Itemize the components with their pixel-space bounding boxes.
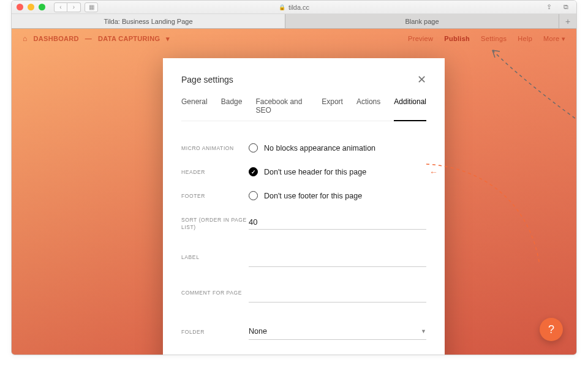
topbar-actions: Preview Publish Settings Help More ▾ [408, 35, 565, 43]
maximize-window-button[interactable] [39, 4, 45, 10]
close-window-button[interactable] [17, 4, 23, 10]
field-micro-animation: MICRO ANIMATION No blocks appearance ani… [181, 136, 426, 160]
page-settings-modal: Page settings ✕ General Badge Facebook a… [163, 58, 445, 355]
comment-input[interactable] [249, 288, 426, 303]
sort-input[interactable] [249, 215, 426, 230]
label-label: LABEL [181, 252, 249, 261]
field-footer: FOOTER Don't use footer for this page [181, 184, 426, 208]
label-sort: SORT (ORDER IN PAGE LIST) [181, 215, 249, 231]
forward-button[interactable]: › [67, 2, 81, 12]
chevron-down-icon[interactable]: ▾ [166, 35, 170, 43]
tab-badge[interactable]: Badge [221, 97, 243, 121]
label-input[interactable] [249, 252, 426, 267]
folder-select[interactable]: None ▼ [249, 327, 426, 340]
annotation-curve-header [423, 161, 558, 271]
help-link[interactable]: Help [518, 35, 532, 43]
annotation-arrow-header: ← [429, 167, 438, 177]
home-icon[interactable]: ⌂ [23, 34, 28, 43]
titlebar: ‹ › ▦ 🔒 tilda.cc ⇪ ⧉ [12, 1, 576, 14]
browser-tab-0[interactable]: Tilda: Business Landing Page [12, 14, 285, 28]
breadcrumb-separator: — [85, 35, 92, 42]
address-bar[interactable]: 🔒 tilda.cc [279, 4, 309, 11]
page-content: ⌂ DASHBOARD — DATA CAPTURING ▾ Preview P… [12, 29, 576, 355]
tab-general[interactable]: General [181, 97, 208, 121]
close-icon[interactable]: ✕ [417, 73, 426, 86]
chevron-down-icon: ▼ [421, 328, 426, 334]
label-micro-animation: MICRO ANIMATION [181, 143, 249, 152]
publish-link[interactable]: Publish [444, 35, 470, 43]
folder-value: None [249, 327, 267, 336]
field-sort: SORT (ORDER IN PAGE LIST) [181, 208, 426, 239]
browser-tab-1[interactable]: Blank page [285, 14, 559, 28]
option-header: Don't use header for this page [264, 168, 366, 176]
label-folder: FOLDER [181, 327, 249, 336]
preview-link[interactable]: Preview [408, 35, 433, 43]
back-button[interactable]: ‹ [54, 2, 67, 12]
breadcrumb-dashboard[interactable]: DASHBOARD [34, 35, 79, 42]
tab-actions[interactable]: Actions [356, 97, 380, 121]
annotation-arrow-settings [459, 47, 576, 139]
new-tab-button[interactable]: + [559, 14, 576, 28]
label-header: HEADER [181, 167, 249, 176]
browser-window: ‹ › ▦ 🔒 tilda.cc ⇪ ⧉ Tilda: Business Lan… [11, 0, 577, 355]
field-header: HEADER Don't use header for this page ← [181, 160, 426, 184]
tab-overview-button[interactable]: ▦ [85, 2, 98, 12]
label-comment: COMMENT FOR PAGE [181, 288, 249, 297]
breadcrumb-project[interactable]: DATA CAPTURING [98, 35, 160, 42]
toolbar-right: ⇪ ⧉ [543, 2, 571, 12]
breadcrumb: ⌂ DASHBOARD — DATA CAPTURING ▾ [23, 34, 170, 43]
radio-footer[interactable] [249, 191, 258, 200]
radio-header[interactable] [249, 167, 258, 176]
tab-facebook-seo[interactable]: Facebook and SEO [255, 97, 308, 121]
radio-micro-animation[interactable] [249, 143, 258, 152]
more-link[interactable]: More ▾ [543, 35, 565, 43]
tabs-button[interactable]: ⧉ [560, 2, 571, 12]
window-controls [17, 4, 45, 10]
option-micro-animation: No blocks appearance animation [264, 144, 375, 152]
app-topbar: ⌂ DASHBOARD — DATA CAPTURING ▾ Preview P… [12, 29, 576, 48]
tabstrip: Tilda: Business Landing Page Blank page … [12, 14, 576, 29]
modal-title: Page settings [181, 75, 233, 85]
settings-link[interactable]: Settings [481, 35, 507, 43]
modal-tabs: General Badge Facebook and SEO Export Ac… [181, 97, 426, 121]
field-label: LABEL [181, 239, 426, 274]
tab-additional[interactable]: Additional [394, 97, 426, 121]
help-fab[interactable]: ? [540, 318, 563, 341]
nav-buttons: ‹ › [54, 2, 81, 12]
lock-icon: 🔒 [279, 4, 285, 10]
field-folder: FOLDER None ▼ [181, 310, 426, 347]
share-button[interactable]: ⇪ [543, 2, 554, 12]
tab-export[interactable]: Export [322, 97, 343, 121]
url-host: tilda.cc [288, 4, 309, 11]
minimize-window-button[interactable] [28, 4, 34, 10]
option-footer: Don't use footer for this page [264, 192, 362, 200]
label-footer: FOOTER [181, 191, 249, 200]
field-comment: COMMENT FOR PAGE [181, 274, 426, 310]
